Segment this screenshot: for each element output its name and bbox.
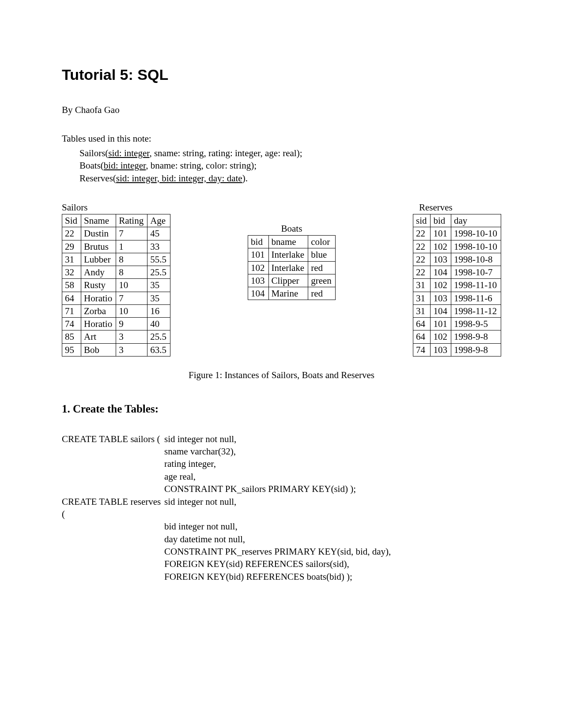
author-line: By Chaofa Gao	[62, 105, 501, 116]
table-cell: 103	[248, 274, 269, 287]
table-cell: 35	[147, 292, 170, 304]
sailors-label: Sailors	[62, 202, 170, 213]
table-cell: 103	[431, 292, 451, 304]
table-cell: 3	[116, 330, 147, 343]
sql-line: CREATE TABLE sailors (sid integer not nu…	[62, 433, 501, 445]
table-cell: 3	[116, 343, 147, 356]
table-cell: red	[308, 287, 336, 300]
table-row: 104Marinered	[248, 287, 336, 300]
table-cell: 31	[413, 292, 431, 304]
table-cell: Horatio	[81, 292, 116, 304]
sql-body: CONSTRAINT PK_sailors PRIMARY KEY(sid) )…	[164, 483, 501, 495]
sql-head	[62, 483, 164, 495]
table-cell: red	[308, 261, 336, 274]
schema-sailors: Sailors(sid: integer, sname: string, rat…	[79, 147, 501, 159]
table-cell: Clipper	[268, 274, 308, 287]
table-row: 641011998-9-5	[413, 318, 501, 330]
table-header-cell: bid	[431, 214, 451, 227]
tables-used-intro: Tables used in this note:	[62, 133, 501, 144]
sql-line: CONSTRAINT PK_sailors PRIMARY KEY(sid) )…	[62, 483, 501, 495]
table-cell: 1	[116, 240, 147, 253]
table-row: 641021998-9-8	[413, 330, 501, 343]
table-cell: 1998-9-5	[451, 318, 501, 330]
table-cell: 104	[248, 287, 269, 300]
table-header-cell: day	[451, 214, 501, 227]
table-cell: 31	[413, 279, 431, 292]
table-cell: 33	[147, 240, 170, 253]
table-header-cell: sid	[413, 214, 431, 227]
table-cell: 32	[62, 266, 81, 279]
table-header-cell: Sid	[62, 214, 81, 227]
table-cell: 22	[413, 240, 431, 253]
table-cell: Interlake	[268, 261, 308, 274]
table-header-row: sidbidday	[413, 214, 501, 227]
sql-body: CONSTRAINT PK_reserves PRIMARY KEY(sid, …	[164, 545, 501, 558]
table-row: 64Horatio735	[62, 292, 170, 304]
table-cell: 71	[62, 304, 81, 317]
sql-body: rating integer,	[164, 458, 501, 470]
table-cell: 25.5	[147, 330, 170, 343]
sql-create-statements: CREATE TABLE sailors (sid integer not nu…	[62, 433, 501, 583]
table-row: 95Bob363.5	[62, 343, 170, 356]
sql-head: CREATE TABLE reserves (	[62, 495, 164, 521]
table-row: 22Dustin745	[62, 227, 170, 240]
table-cell: 101	[431, 318, 451, 330]
schema-reserves: Reserves(sid: integer, bid: integer, day…	[79, 172, 501, 184]
sql-head	[62, 445, 164, 458]
table-cell: 1998-10-8	[451, 253, 501, 266]
table-cell: 103	[431, 343, 451, 356]
table-row: 32Andy825.5	[62, 266, 170, 279]
table-cell: 31	[62, 253, 81, 266]
table-row: 311041998-11-12	[413, 304, 501, 317]
table-cell: 22	[413, 253, 431, 266]
sql-line: bid integer not null,	[62, 520, 501, 533]
table-cell: 22	[413, 266, 431, 279]
table-cell: 74	[62, 318, 81, 330]
table-cell: 102	[431, 240, 451, 253]
reserves-table: sidbidday221011998-10-10221021998-10-102…	[413, 214, 501, 356]
sql-line: rating integer,	[62, 458, 501, 470]
table-row: 103Clippergreen	[248, 274, 336, 287]
table-header-cell: bname	[268, 236, 308, 248]
table-cell: 101	[248, 248, 269, 261]
table-cell: 8	[116, 253, 147, 266]
table-cell: 9	[116, 318, 147, 330]
table-cell: 22	[413, 227, 431, 240]
table-row: 221011998-10-10	[413, 227, 501, 240]
three-tables-row: Sailors SidSnameRatingAge22Dustin74529Br…	[62, 202, 501, 356]
table-row: 85Art325.5	[62, 330, 170, 343]
boats-table: bidbnamecolor101Interlakeblue102Interlak…	[248, 235, 336, 300]
table-header-cell: Rating	[116, 214, 147, 227]
table-cell: 102	[431, 330, 451, 343]
table-cell: 58	[62, 279, 81, 292]
table-cell: 64	[413, 330, 431, 343]
table-row: 311021998-11-10	[413, 279, 501, 292]
table-row: 71Zorba1016	[62, 304, 170, 317]
table-cell: 1998-9-8	[451, 343, 501, 356]
sql-line: CREATE TABLE reserves (sid integer not n…	[62, 495, 501, 521]
table-cell: 85	[62, 330, 81, 343]
schema-boats: Boats(bid: integer, bname: string, color…	[79, 159, 501, 172]
figure-caption: Figure 1: Instances of Sailors, Boats an…	[62, 370, 501, 381]
table-cell: 22	[62, 227, 81, 240]
sql-body: day datetime not null,	[164, 533, 501, 545]
boats-table-block: Boats bidbnamecolor101Interlakeblue102In…	[248, 223, 336, 300]
table-cell: 40	[147, 318, 170, 330]
table-header-cell: color	[308, 236, 336, 248]
table-row: 311031998-11-6	[413, 292, 501, 304]
sql-body: bid integer not null,	[164, 520, 501, 533]
table-row: 221021998-10-10	[413, 240, 501, 253]
table-cell: 35	[147, 279, 170, 292]
sql-head	[62, 545, 164, 558]
section-1-heading: 1. Create the Tables:	[62, 403, 501, 415]
table-cell: Dustin	[81, 227, 116, 240]
sql-line: sname varchar(32),	[62, 445, 501, 458]
table-cell: Interlake	[268, 248, 308, 261]
table-cell: 10	[116, 304, 147, 317]
sailors-table: SidSnameRatingAge22Dustin74529Brutus1333…	[62, 214, 170, 356]
page-title: Tutorial 5: SQL	[62, 66, 501, 83]
reserves-table-block: Reserves sidbidday221011998-10-102210219…	[413, 202, 501, 356]
table-cell: 103	[431, 253, 451, 266]
table-cell: 1998-11-12	[451, 304, 501, 317]
table-cell: green	[308, 274, 336, 287]
